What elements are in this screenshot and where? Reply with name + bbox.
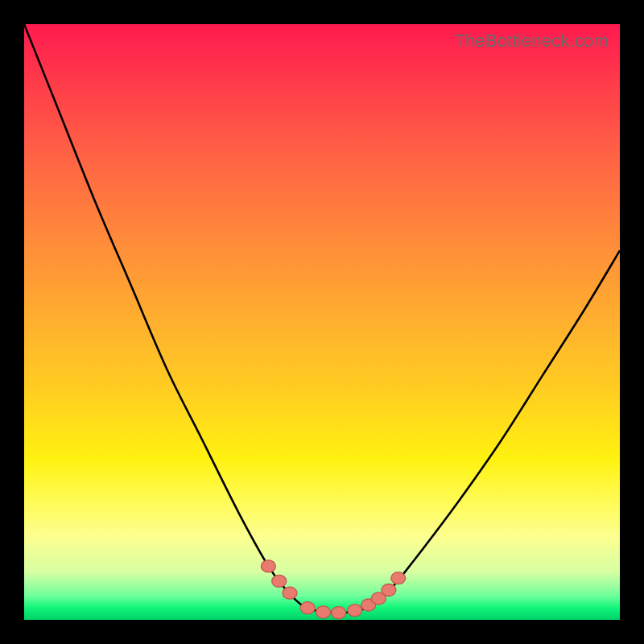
curve-svg — [24, 24, 620, 620]
plot-area: TheBottleneck.com — [24, 24, 620, 620]
trough-marker — [300, 602, 315, 614]
trough-marker — [316, 606, 331, 618]
trough-marker — [348, 605, 362, 617]
trough-marker — [272, 575, 287, 587]
trough-marker — [391, 572, 406, 584]
trough-marker — [261, 560, 275, 572]
trough-marker — [382, 584, 396, 597]
chart-frame: TheBottleneck.com — [0, 0, 644, 644]
trough-markers — [261, 560, 405, 619]
bottleneck-curve — [24, 24, 620, 613]
trough-marker — [283, 587, 297, 599]
trough-marker — [332, 607, 346, 619]
